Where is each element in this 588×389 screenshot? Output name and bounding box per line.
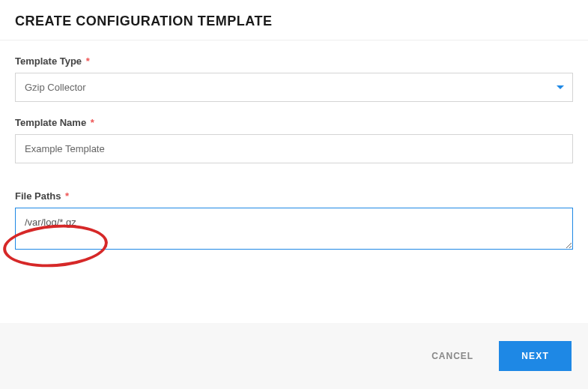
form-body: Template Type * Gzip Collector Template …: [0, 40, 588, 253]
template-type-group: Template Type * Gzip Collector: [15, 55, 573, 102]
page-title: CREATE CONFIGURATION TEMPLATE: [15, 13, 573, 29]
file-paths-label: File Paths *: [15, 190, 573, 202]
file-paths-textarea[interactable]: /var/log/*.gz: [15, 208, 573, 250]
template-type-label: Template Type *: [15, 55, 573, 67]
cancel-button[interactable]: CANCEL: [427, 343, 478, 369]
required-indicator: *: [86, 55, 90, 67]
template-name-input[interactable]: [15, 134, 573, 163]
label-text: Template Name: [15, 117, 86, 128]
file-paths-group: File Paths * /var/log/*.gz: [15, 190, 573, 253]
required-indicator: *: [91, 117, 94, 128]
required-indicator: *: [65, 190, 69, 202]
template-name-group: Template Name *: [15, 117, 573, 163]
footer-actions: CANCEL NEXT: [0, 323, 588, 389]
template-type-select-wrapper: Gzip Collector: [15, 73, 573, 102]
template-name-label: Template Name *: [15, 117, 573, 128]
page-header: CREATE CONFIGURATION TEMPLATE: [0, 0, 588, 40]
next-button[interactable]: NEXT: [499, 341, 572, 371]
label-text: Template Type: [15, 55, 82, 67]
label-text: File Paths: [15, 190, 61, 202]
template-type-select[interactable]: Gzip Collector: [15, 73, 573, 102]
